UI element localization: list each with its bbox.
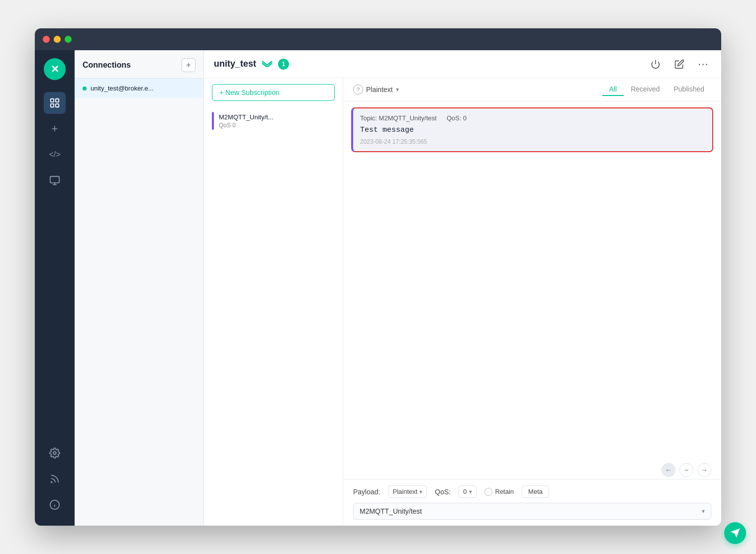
connection-item[interactable]: unity_test@broker.e... <box>75 79 203 98</box>
tab-received[interactable]: Received <box>624 83 666 96</box>
main-content: unity_test 1 <box>204 50 721 526</box>
nav-arrows: ← − → <box>343 459 721 479</box>
settings-icon <box>49 448 60 459</box>
connections-icon <box>49 97 60 108</box>
topic-chevron-icon: ▾ <box>702 508 705 515</box>
meta-button[interactable]: Meta <box>522 485 549 498</box>
traffic-lights <box>43 36 72 43</box>
add-icon: + <box>52 122 58 135</box>
message-body: Test message <box>360 126 705 134</box>
format-selector[interactable]: ? Plaintext ▾ <box>353 85 399 94</box>
retain-checkbox[interactable] <box>484 488 492 496</box>
more-button[interactable]: ··· <box>695 56 711 72</box>
messages-panel: ? Plaintext ▾ All Received Published <box>343 78 721 526</box>
minimize-button[interactable] <box>54 36 61 43</box>
app-logo[interactable]: ✕ <box>44 58 66 80</box>
power-icon <box>651 59 661 69</box>
sidebar-item-add[interactable]: + <box>44 118 66 140</box>
payload-format-select[interactable]: Plaintext ▾ <box>388 485 427 498</box>
message-card[interactable]: Topic: M2MQTT_Unity/test QoS: 0 Test mes… <box>351 107 713 152</box>
message-header-line: Topic: M2MQTT_Unity/test QoS: 0 <box>360 114 705 122</box>
svg-point-7 <box>53 452 56 455</box>
content-area: + New Subscription M2MQTT_Unity/t... QoS… <box>204 78 721 526</box>
publish-topic-row: ▾ <box>353 503 711 520</box>
close-button[interactable] <box>43 36 50 43</box>
tab-all[interactable]: All <box>602 83 624 96</box>
nav-next-button[interactable]: → <box>697 463 711 477</box>
retain-label: Retain <box>495 488 514 495</box>
connections-panel: Connections + unity_test@broker.e... <box>75 50 204 526</box>
top-bar-right: ··· <box>648 56 711 72</box>
payload-format-chevron: ▾ <box>419 488 422 495</box>
subscription-color-bar <box>212 112 214 130</box>
connections-title: Connections <box>83 61 131 70</box>
format-help-icon: ? <box>353 85 363 94</box>
messages-header: ? Plaintext ▾ All Received Published <box>343 78 721 101</box>
subscription-topic: M2MQTT_Unity/t... <box>219 113 335 121</box>
tab-published[interactable]: Published <box>667 83 712 96</box>
nav-prev-button[interactable]: − <box>679 463 693 477</box>
qos-select[interactable]: 0 ▾ <box>459 485 476 498</box>
sidebar-item-data[interactable] <box>44 170 66 191</box>
payload-format-value: Plaintext <box>392 488 417 495</box>
add-connection-button[interactable]: + <box>182 58 195 72</box>
retain-control[interactable]: Retain <box>484 488 514 496</box>
new-subscription-button[interactable]: + New Subscription <box>212 84 335 101</box>
message-topic: Topic: M2MQTT_Unity/test <box>360 114 437 122</box>
messages-list: Topic: M2MQTT_Unity/test QoS: 0 Test mes… <box>343 101 721 459</box>
subscription-item[interactable]: M2MQTT_Unity/t... QoS 0 <box>204 107 343 135</box>
sidebar-item-settings[interactable] <box>44 442 66 464</box>
connection-status-dot <box>83 87 87 91</box>
logo-icon: ✕ <box>51 63 59 75</box>
data-icon <box>49 175 60 186</box>
edit-icon <box>674 59 684 69</box>
more-icon: ··· <box>698 58 708 71</box>
qos-value: 0 <box>463 488 467 495</box>
app-body: ✕ + </> <box>35 50 721 526</box>
svg-rect-3 <box>56 104 59 107</box>
qos-label: QoS: <box>435 488 451 496</box>
sidebar-item-feed[interactable] <box>44 468 66 490</box>
code-icon: </> <box>49 150 60 159</box>
svg-rect-1 <box>56 99 59 102</box>
maximize-button[interactable] <box>65 36 72 43</box>
svg-point-8 <box>51 482 52 483</box>
subscription-qos: QoS 0 <box>219 122 335 129</box>
info-icon <box>49 499 60 510</box>
next-icon: → <box>701 466 708 474</box>
prev-icon: − <box>684 466 688 474</box>
connection-tab-name: unity_test <box>214 59 256 69</box>
qos-chevron: ▾ <box>469 488 472 495</box>
back-icon: ← <box>665 466 672 474</box>
sidebar-item-code[interactable]: </> <box>44 144 66 166</box>
svg-rect-4 <box>50 177 59 183</box>
feed-icon <box>49 473 60 484</box>
subscriptions-panel: + New Subscription M2MQTT_Unity/t... QoS… <box>204 78 343 526</box>
nav-back-button[interactable]: ← <box>662 463 675 477</box>
add-connection-icon: + <box>186 61 190 70</box>
sidebar-item-info[interactable] <box>44 494 66 516</box>
format-label: Plaintext <box>366 86 393 93</box>
title-bar <box>35 28 721 50</box>
format-chevron-icon: ▾ <box>396 86 399 93</box>
sidebar-item-connections[interactable] <box>44 92 66 114</box>
publish-area: Payload: Plaintext ▾ QoS: 0 ▾ <box>343 479 721 526</box>
top-bar: unity_test 1 <box>204 50 721 78</box>
message-tabs: All Received Published <box>602 83 711 96</box>
svg-rect-2 <box>51 104 54 107</box>
connections-header: Connections + <box>75 50 203 79</box>
publish-topic-input[interactable] <box>360 507 702 515</box>
top-bar-left: unity_test 1 <box>214 59 289 70</box>
payload-label: Payload: <box>353 488 380 496</box>
app-window: ✕ + </> <box>35 28 721 526</box>
message-qos: QoS: 0 <box>447 114 467 122</box>
publish-controls: Payload: Plaintext ▾ QoS: 0 ▾ <box>353 485 711 498</box>
power-button[interactable] <box>648 56 663 72</box>
message-badge: 1 <box>278 59 289 70</box>
subscription-info: M2MQTT_Unity/t... QoS 0 <box>219 113 335 129</box>
edit-button[interactable] <box>671 56 687 72</box>
svg-rect-0 <box>51 99 54 102</box>
connection-name: unity_test@broker.e... <box>91 85 154 92</box>
sidebar: ✕ + </> <box>35 50 75 526</box>
dropdown-icon[interactable] <box>261 59 273 69</box>
